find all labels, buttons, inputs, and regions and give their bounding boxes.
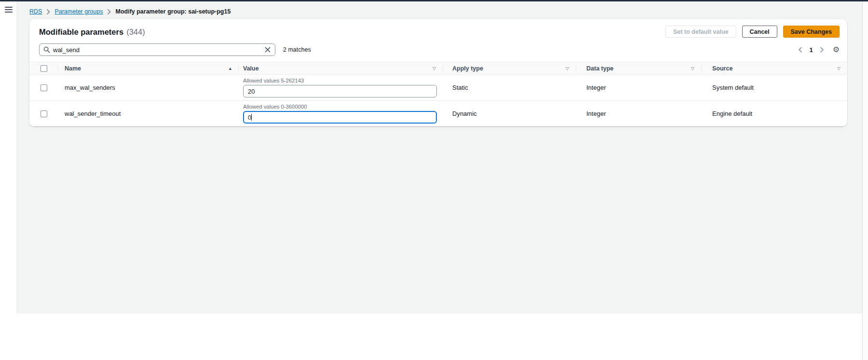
- source-value: System default: [701, 84, 847, 91]
- row-checkbox[interactable]: [41, 111, 47, 117]
- filter-icon: ▽: [433, 66, 436, 71]
- parameter-count: (344): [126, 28, 145, 36]
- collapsed-side-navigation: [0, 1, 17, 314]
- text-cursor: [251, 114, 252, 121]
- apply-type-value: Static: [443, 84, 576, 91]
- column-label: Name: [65, 65, 81, 72]
- parameter-name: wal_sender_timeout: [58, 110, 238, 117]
- chevron-right-icon: [46, 9, 50, 14]
- data-type-value: Integer: [576, 110, 701, 117]
- select-all-checkbox[interactable]: [41, 65, 47, 72]
- set-to-default-value-button[interactable]: Set to default value: [665, 26, 736, 38]
- current-page-number[interactable]: 1: [808, 46, 814, 54]
- gear-icon[interactable]: ⚙: [833, 46, 840, 54]
- column-header-value[interactable]: Value ▽: [238, 62, 443, 74]
- table-row: wal_sender_timeout Allowed values 0-3600…: [29, 101, 847, 126]
- allowed-values-hint: Allowed values 5-262143: [243, 78, 438, 83]
- row-select-cell: [29, 101, 58, 126]
- column-label: Value: [243, 65, 259, 72]
- close-icon[interactable]: [265, 47, 271, 53]
- breadcrumb-link-parameter-groups[interactable]: Parameter groups: [54, 8, 103, 15]
- row-select-cell: [29, 75, 58, 100]
- apply-type-value: Dynamic: [443, 110, 576, 117]
- parameter-search-box: [39, 43, 275, 56]
- row-checkbox[interactable]: [41, 84, 47, 91]
- parameter-value-cell: Allowed values 0-3600000: [238, 101, 443, 126]
- sort-ascending-icon: ▲: [228, 66, 232, 71]
- parameter-name: max_wal_senders: [58, 84, 238, 91]
- table-row: max_wal_senders Allowed values 5-262143 …: [29, 75, 847, 101]
- page-title: Modifiable parameters(344): [39, 27, 145, 37]
- panel-header: Modifiable parameters(344) Set to defaul…: [29, 19, 847, 41]
- column-label: Data type: [586, 65, 613, 72]
- breadcrumb: RDS Parameter groups Modify parameter gr…: [29, 8, 231, 15]
- main-content-area: RDS Parameter groups Modify parameter gr…: [18, 1, 862, 314]
- table-header-row: Name ▲ Value ▽ Apply type ▽ Data type ▽ …: [29, 62, 847, 75]
- cancel-button[interactable]: Cancel: [742, 26, 777, 38]
- top-divider: [0, 0, 868, 1]
- save-changes-button[interactable]: Save Changes: [783, 26, 840, 38]
- match-count-text: 2 matches: [283, 46, 311, 53]
- column-header-name[interactable]: Name ▲: [58, 62, 238, 74]
- allowed-values-hint: Allowed values 0-3600000: [243, 104, 438, 110]
- panel-title-text: Modifiable parameters: [39, 28, 123, 36]
- column-header-apply-type[interactable]: Apply type ▽: [443, 62, 576, 74]
- column-header-source[interactable]: Source ▽: [701, 62, 847, 74]
- window-scrollbar-track[interactable]: [862, 1, 868, 360]
- header-actions: Set to default value Cancel Save Changes: [665, 26, 840, 38]
- filter-icon: ▽: [837, 66, 841, 71]
- table-toolbar: 2 matches 1 ⚙: [29, 41, 847, 62]
- select-all-cell: [29, 62, 58, 74]
- pagination: 1: [797, 46, 825, 54]
- search-icon: [43, 46, 50, 53]
- chevron-right-icon: [107, 9, 111, 14]
- breadcrumb-link-rds[interactable]: RDS: [29, 8, 42, 15]
- data-type-value: Integer: [576, 84, 701, 91]
- column-label: Source: [712, 65, 732, 72]
- chevron-left-icon[interactable]: [797, 46, 803, 54]
- filter-icon: ▽: [566, 66, 569, 71]
- chevron-right-icon[interactable]: [819, 46, 825, 54]
- breadcrumb-current-page: Modify parameter group: sai-setup-pg15: [115, 8, 231, 15]
- filter-icon: ▽: [691, 66, 694, 71]
- column-label: Apply type: [452, 65, 483, 72]
- source-value: Engine default: [701, 110, 847, 117]
- modifiable-parameters-panel: Modifiable parameters(344) Set to defaul…: [29, 19, 847, 126]
- value-input-focused[interactable]: [243, 111, 437, 124]
- value-input[interactable]: [243, 85, 437, 97]
- column-header-data-type[interactable]: Data type ▽: [576, 62, 701, 74]
- search-input[interactable]: [53, 46, 262, 54]
- parameter-value-cell: Allowed values 5-262143: [238, 75, 443, 100]
- hamburger-menu-icon[interactable]: [5, 7, 13, 13]
